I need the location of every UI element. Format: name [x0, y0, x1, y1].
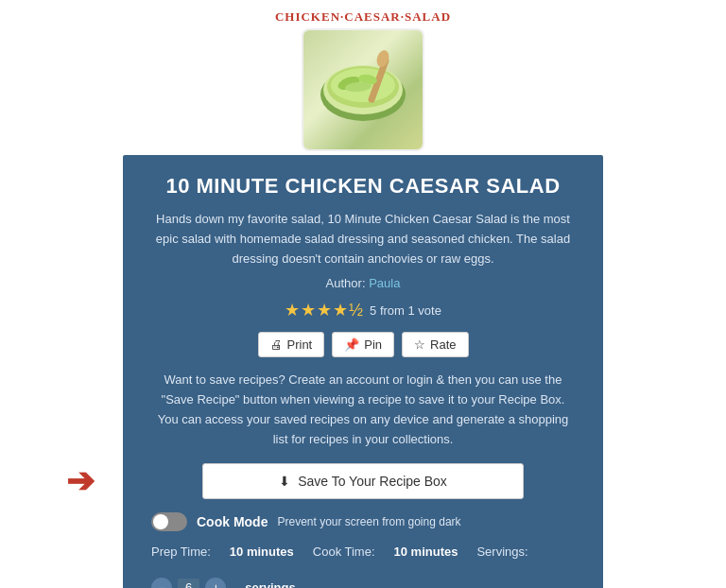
author-label: Author:: [326, 276, 366, 290]
servings-unit: servings: [245, 580, 295, 588]
servings-label: Servings:: [476, 545, 527, 559]
action-buttons: 🖨 Print 📌 Pin ☆ Rate: [151, 332, 575, 357]
rate-button[interactable]: ☆ Rate: [402, 332, 468, 357]
time-row: Prep Time: 10 minutes Cook Time: 10 minu…: [151, 545, 575, 588]
rating-text: 5 from 1 vote: [370, 303, 441, 318]
recipe-title: 10 MINUTE CHICKEN CAESAR SALAD: [151, 174, 575, 199]
rate-star-icon: ☆: [414, 337, 425, 352]
print-label: Print: [287, 337, 313, 352]
pin-button[interactable]: 📌 Pin: [332, 332, 394, 357]
save-recipe-label: Save To Your Recipe Box: [298, 474, 447, 489]
servings-value: 6: [178, 579, 199, 588]
author-link[interactable]: Paula: [369, 276, 400, 290]
cook-mode-label: Cook Mode: [197, 514, 268, 529]
save-recipe-button[interactable]: ⬇ Save To Your Recipe Box: [202, 463, 524, 499]
recipe-image-area: CHICKEN·CAESAR·SALAD: [0, 0, 726, 155]
cook-mode-toggle[interactable]: [151, 512, 187, 531]
print-icon: 🖨: [270, 337, 283, 352]
print-button[interactable]: 🖨 Print: [258, 332, 325, 357]
rate-label: Rate: [430, 337, 456, 352]
arrow-indicator: ➔: [66, 461, 95, 501]
rating-row: ★★★★½ 5 from 1 vote: [151, 300, 575, 320]
author-line: Author: Paula: [151, 276, 575, 290]
increase-servings-button[interactable]: +: [205, 578, 226, 588]
cook-time-value: 10 minutes: [394, 545, 458, 559]
recipe-card: 10 MINUTE CHICKEN CAESAR SALAD Hands dow…: [123, 155, 603, 588]
toggle-knob: [153, 514, 168, 529]
recipe-food-image: [302, 28, 424, 151]
pin-icon: 📌: [344, 337, 359, 352]
svg-point-5: [374, 48, 390, 68]
save-icon: ⬇: [279, 474, 290, 489]
food-image-placeholder: [303, 30, 423, 149]
save-box-area: ➔ ⬇ Save To Your Recipe Box: [151, 463, 575, 499]
cook-time-label: Cook Time:: [313, 545, 375, 559]
star-rating[interactable]: ★★★★½: [285, 300, 364, 320]
save-info-text: Want to save recipes? Create an account …: [151, 371, 575, 449]
recipe-banner-title: CHICKEN·CAESAR·SALAD: [0, 9, 726, 25]
pin-label: Pin: [364, 337, 382, 352]
servings-control: − 6 +: [151, 578, 226, 588]
prep-time-label: Prep Time:: [151, 545, 211, 559]
cook-mode-description: Prevent your screen from going dark: [277, 515, 460, 528]
cook-mode-row: Cook Mode Prevent your screen from going…: [151, 512, 575, 531]
prep-time-value: 10 minutes: [230, 545, 294, 559]
recipe-description: Hands down my favorite salad, 10 Minute …: [151, 210, 575, 268]
decrease-servings-button[interactable]: −: [151, 578, 172, 588]
